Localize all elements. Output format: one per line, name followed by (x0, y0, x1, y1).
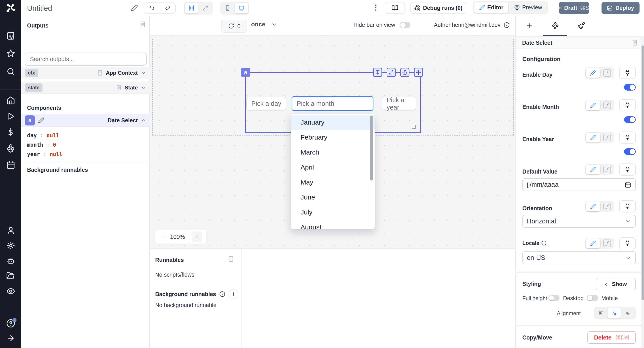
month-option[interactable]: January (291, 115, 375, 130)
windmill-logo[interactable] (0, 0, 21, 16)
month-option[interactable]: August (291, 220, 375, 229)
center-content-button[interactable] (185, 3, 198, 14)
info-icon[interactable] (504, 22, 510, 28)
home-icon[interactable] (6, 96, 15, 105)
search-outputs-input[interactable] (24, 52, 147, 66)
calendar-icon[interactable] (624, 182, 631, 188)
editor-tab[interactable]: Editor (474, 2, 508, 13)
fx-mode-button[interactable]: ƒ (600, 240, 614, 247)
enable-month-toggle[interactable] (624, 116, 636, 123)
full-height-toggle[interactable] (548, 295, 560, 301)
locale-connect-button[interactable] (619, 237, 636, 249)
styling-show-button[interactable]: ‹ Show (596, 278, 636, 290)
runs-play-icon[interactable] (6, 112, 15, 121)
orientation-select[interactable]: Horizontal (522, 215, 636, 228)
static-mode-button[interactable] (586, 202, 600, 211)
align-center-button[interactable] (608, 308, 621, 318)
edit-title-pencil-icon[interactable] (131, 4, 138, 12)
variables-dollar-icon[interactable] (6, 128, 15, 137)
run-mode-select[interactable]: once (251, 21, 277, 28)
theme-brush-tab[interactable] (578, 22, 585, 30)
panel-scrollbar[interactable] (641, 36, 644, 348)
fill-height-tool-button[interactable] (373, 68, 382, 77)
docs-book-button[interactable] (385, 2, 405, 14)
fx-mode-button[interactable]: ƒ (600, 166, 614, 173)
ctx-row[interactable]: ctx App Context (21, 67, 150, 79)
output-line[interactable]: year : null (27, 150, 150, 159)
kebab-menu-icon[interactable]: ⋮ (372, 3, 380, 12)
month-option[interactable]: February (291, 130, 375, 145)
static-mode-button[interactable] (586, 100, 600, 110)
zoom-in-button[interactable]: + (192, 232, 202, 242)
help-icon[interactable] (6, 319, 15, 328)
app-canvas[interactable]: a Pick a day Pick a month Pick a year Ja… (150, 36, 516, 248)
undo-button[interactable] (144, 3, 160, 13)
output-line[interactable]: day : null (27, 131, 150, 140)
desktop-mobile-toggle[interactable] (587, 295, 598, 301)
desktop-view-button[interactable] (235, 3, 248, 14)
fx-mode-button[interactable]: ƒ (600, 134, 614, 141)
month-option[interactable]: March (291, 145, 375, 160)
fx-mode-button[interactable]: ƒ (600, 69, 614, 77)
selected-component-badge[interactable]: a (241, 68, 250, 77)
expand-tool-button[interactable] (386, 68, 396, 77)
redo-button[interactable] (160, 3, 176, 13)
resources-boxes-icon[interactable] (6, 144, 15, 153)
users-person-icon[interactable] (6, 226, 15, 235)
static-mode-button[interactable] (586, 238, 600, 248)
delete-component-button[interactable]: Delete ⌘Del (588, 331, 636, 344)
deploy-button[interactable]: Deploy (602, 2, 640, 14)
fx-mode-button[interactable]: ƒ (600, 102, 614, 109)
hide-bar-toggle[interactable] (400, 22, 410, 28)
enable-day-toggle[interactable] (624, 84, 636, 90)
component-doc-icon[interactable] (632, 39, 638, 46)
search-icon[interactable] (6, 67, 15, 76)
align-top-button[interactable] (594, 308, 607, 318)
panel-scrollbar-thumb[interactable] (642, 46, 644, 300)
workspace-building-icon[interactable] (6, 31, 15, 40)
month-option[interactable]: July (291, 205, 375, 220)
month-option[interactable]: May (291, 175, 375, 190)
state-row[interactable]: state State (21, 82, 150, 94)
enable-year-toggle[interactable] (624, 148, 636, 155)
favorites-star-icon[interactable] (6, 49, 15, 58)
expand-rail-arrow-icon[interactable] (6, 334, 15, 343)
fx-mode-button[interactable]: ƒ (600, 203, 614, 210)
folders-icon[interactable] (6, 272, 15, 280)
dropdown-scrollbar[interactable] (370, 116, 373, 180)
outputs-doc-icon[interactable] (139, 21, 146, 28)
default-value-connect-button[interactable] (619, 164, 636, 176)
day-select-input[interactable]: Pick a day (246, 97, 286, 110)
static-mode-button[interactable] (586, 132, 600, 142)
add-background-runnable-button[interactable]: + (228, 289, 238, 299)
default-value-date-input[interactable]: jj/mm/aaaa (522, 178, 636, 191)
output-line[interactable]: month : 0 (27, 140, 150, 150)
zoom-out-button[interactable]: − (160, 233, 164, 241)
align-bottom-button[interactable] (621, 308, 634, 318)
info-icon[interactable] (541, 240, 546, 246)
month-option[interactable]: April (291, 160, 375, 175)
info-icon[interactable] (219, 291, 226, 297)
enable-year-connect-button[interactable] (619, 132, 636, 144)
enable-month-connect-button[interactable] (619, 99, 636, 112)
anchor-tool-button[interactable] (400, 68, 410, 77)
static-mode-button[interactable] (586, 68, 600, 78)
month-select-input[interactable]: Pick a month (292, 96, 374, 111)
draft-button[interactable]: Draft ⌘S (559, 2, 589, 14)
static-mode-button[interactable] (586, 164, 600, 174)
runnables-doc-icon[interactable] (228, 256, 234, 262)
fullscreen-expand-button[interactable] (199, 3, 212, 14)
mobile-view-button[interactable] (221, 3, 234, 14)
enable-day-connect-button[interactable] (619, 67, 636, 79)
schedules-calendar-icon[interactable] (6, 160, 15, 170)
audit-eye-icon[interactable] (6, 287, 15, 296)
ai-robot-icon[interactable] (6, 256, 15, 266)
year-select-input[interactable]: Pick a year (382, 97, 416, 110)
refresh-count-button[interactable]: 0 (222, 20, 247, 33)
rename-pencil-icon[interactable] (38, 117, 44, 124)
month-option[interactable]: June (291, 190, 375, 205)
insert-component-plus-tab[interactable] (526, 22, 533, 29)
resize-handle[interactable] (412, 125, 416, 129)
orientation-connect-button[interactable] (619, 200, 636, 212)
locale-select[interactable]: en-US (522, 252, 636, 264)
